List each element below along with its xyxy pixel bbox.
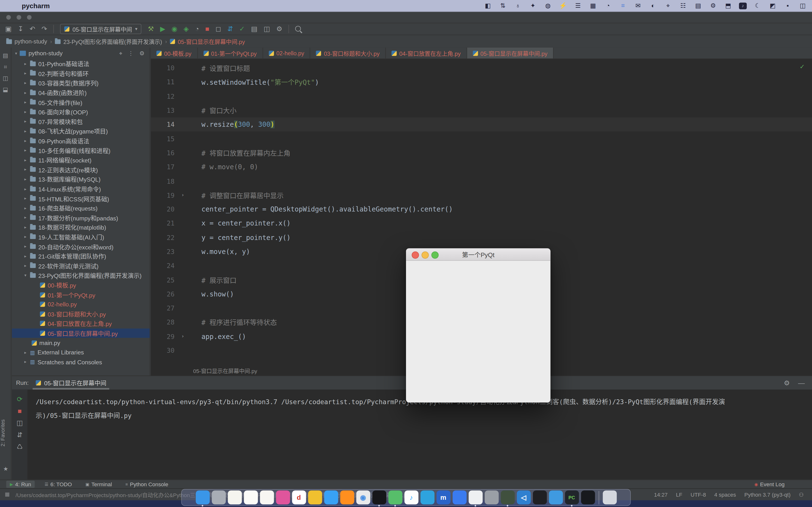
update-icon[interactable]: ⇵ [227,25,233,32]
tree-folder[interactable]: ▸16-爬虫基础(requests) [12,203,150,213]
build-icon[interactable]: ⚒ [148,25,154,32]
chevron-right-icon[interactable]: ▸ [23,148,27,153]
tree-external-libraries[interactable]: ▸▥External Libraries [12,348,150,357]
menubar-status-icon[interactable]: ⌗ [619,2,627,9]
dock-icon-chrome[interactable]: ◉ [356,490,370,504]
chevron-right-icon[interactable]: ▸ [23,244,27,249]
code-line[interactable]: 12 [151,89,812,103]
dock-icon-vscode[interactable]: ◁ [517,490,531,504]
zoom-button[interactable] [27,15,32,19]
pyqt-close-button[interactable] [412,251,419,258]
code-line[interactable]: 22y = center_pointer.y() [151,231,812,244]
statusbar-widget[interactable]: 14:27 [654,492,667,498]
menubar-status-icon[interactable]: ◐ [649,2,657,9]
tree-folder[interactable]: ▸19-人工智能基础(AI入门) [12,232,150,242]
tree-folder[interactable]: ▸14-Linux系统(常用命令) [12,184,150,193]
fold-marker-icon[interactable]: › [179,193,187,198]
fold-marker-icon[interactable]: › [179,334,187,339]
menubar-status-icon[interactable]: ⬒ [724,2,732,9]
tree-folder[interactable]: ▸05-文件操作(file) [12,98,150,107]
run-console-output[interactable]: /Users/codeartist.top/python-virtual-env… [28,390,812,480]
menubar-status-icon[interactable]: ⚡ [559,2,567,9]
structure-stripe-icon[interactable]: ⌗ [0,64,11,70]
tree-folder[interactable]: ▸15-HTML和CSS(网页基础) [12,193,150,203]
menubar-status-icon[interactable]: ⇅ [499,2,507,9]
dock-icon-typora[interactable] [468,490,483,504]
dock-icon-iterm[interactable] [581,490,595,504]
menubar-status-icon[interactable]: ⌖ [664,2,672,9]
rerun-icon[interactable]: ⟳ [17,396,22,402]
hector-icon[interactable]: ⚇ [799,492,804,498]
chevron-right-icon[interactable]: ▸ [23,206,27,210]
chevron-right-icon[interactable]: ▸ [23,71,27,75]
tree-folder[interactable]: ▸06-面向对象(OOP) [12,107,150,117]
clear-icon[interactable]: ♺ [17,443,23,450]
options-icon[interactable]: ⋮ [128,50,134,57]
dock-icon-qqmusic[interactable]: ♪ [404,490,418,504]
chevron-right-icon[interactable]: ▸ [23,196,27,201]
code-line[interactable]: 20center_pointer = QDesktopWidget().avai… [151,202,812,216]
menubar-status-icon[interactable]: ◧ [484,2,492,9]
dock-icon-firefox[interactable] [340,490,354,504]
chevron-right-icon[interactable]: ▸ [23,187,27,191]
attach-icon[interactable]: ◻ [215,25,221,32]
editor-bottom-breadcrumb[interactable]: 05-窗口显示在屏幕中间.py [193,367,257,375]
event-log-button[interactable]: ◉Event Log [751,481,788,488]
menubar-status-icon[interactable]: ◩ [768,2,777,9]
chevron-right-icon[interactable]: ▸ [23,119,27,124]
tree-folder[interactable]: ▸09-Python高级语法 [12,136,150,146]
dock-icon-safari[interactable] [324,490,338,504]
tree-folder[interactable]: ▸02-判断语句和循环 [12,68,150,78]
dock-icon-keynote[interactable] [276,490,290,504]
menubar-status-icon[interactable]: ✉ [634,2,642,9]
redo-icon[interactable]: ↷ [42,25,47,32]
editor-tab[interactable]: 03-窗口标题和大小.py [311,48,386,58]
snapshot-stripe-icon[interactable]: ⬓ [0,87,11,93]
debug-icon[interactable]: ◉ [171,25,177,32]
run-icon[interactable]: ▶ [160,25,165,32]
dock-icon-sketch[interactable] [485,490,499,504]
pyqt-window[interactable]: 第一个PyQt [406,248,551,403]
chevron-right-icon[interactable]: ▸ [23,129,27,133]
tree-folder[interactable]: ▸01-Python基础语法 [12,59,150,68]
dock-icon-telegram[interactable] [420,490,434,504]
tree-file[interactable]: main.py [12,338,150,348]
dock-icon-evernote[interactable] [308,490,322,504]
tree-scratches[interactable]: ▸▥Scratches and Consoles [12,357,150,367]
project-root-label[interactable]: python-study [29,50,63,56]
tree-file[interactable]: 02-hello.py [12,299,150,309]
open-icon[interactable]: ▣ [5,25,11,32]
editor-tab[interactable]: 04-窗口放置在左上角.py [386,48,467,58]
tree-folder[interactable]: ▸17-数据分析(numpy和pandas) [12,213,150,223]
history-icon[interactable]: ◫ [264,25,270,32]
favorites-star-icon[interactable]: ★ [0,466,11,472]
tree-folder-expanded[interactable]: ▾23-PyQt图形化界面编程(界面开发演示) [12,271,150,280]
menubar-app-name[interactable]: pycharm [22,2,50,10]
code-line[interactable]: 14w.resize(300, 300) [151,118,812,131]
toolwindow-button[interactable]: ≡Python Console [122,481,172,488]
close-button[interactable] [6,15,11,19]
code-line[interactable]: 21x = center_pointer.x() [151,216,812,230]
pyqt-minimize-button[interactable] [421,251,429,258]
toolwindow-button[interactable]: ☰6: TODO [41,481,75,488]
editor-tab[interactable]: 02-hello.py [263,48,311,58]
project-root-row[interactable]: ▾ python-study ⌖⋮⚙ [12,48,150,59]
project-stripe-icon[interactable]: ▤ [0,52,11,59]
run-tab[interactable]: 05-窗口显示在屏幕中间 [33,376,109,390]
dock-icon-charles[interactable] [501,490,514,504]
chevron-right-icon[interactable]: ▸ [23,167,27,172]
scroll-to-end-icon[interactable]: ⇵ [17,432,22,438]
chevron-right-icon[interactable]: ▸ [23,90,27,95]
tree-folder[interactable]: ▸20-自动化办公(excel和word) [12,242,150,251]
locate-icon[interactable]: ⌖ [119,50,122,57]
chevron-down-icon[interactable]: ▾ [15,51,17,56]
breadcrumb-item[interactable]: 23-PyQt图形化界面编程(界面开发演示) [55,37,162,45]
chevron-right-icon[interactable]: ▸ [23,80,27,85]
panel-settings-icon[interactable]: ⚙ [140,50,145,57]
pyqt-zoom-button[interactable] [432,251,439,258]
search-icon[interactable] [295,26,301,32]
dock-icon-textedit[interactable] [244,490,258,504]
statusbar-widget[interactable]: LF [676,492,682,498]
menubar-status-icon[interactable]: ◫ [799,2,807,9]
toolwindow-toggle-icon[interactable] [5,493,9,497]
